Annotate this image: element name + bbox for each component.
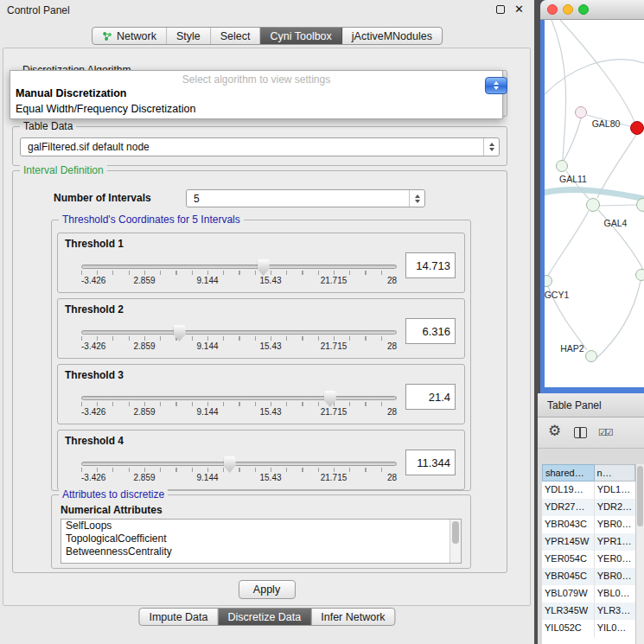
table-cell[interactable]: YDR2… [595,499,635,516]
slider-tick-labels: -3.4262.8599.14415.4321.71528 [81,407,397,418]
tab-label: Discretize Data [228,611,302,623]
network-node[interactable] [636,198,644,212]
tick-label: 2.859 [133,276,155,285]
table-row[interactable]: YBR045CYBR0… [542,568,635,585]
tab-label: Cyni Toolbox [270,30,331,42]
zoom-traffic-icon[interactable] [578,4,589,15]
float-window-icon[interactable] [496,5,505,14]
select-columns-icon[interactable]: ☑☑ [598,426,612,438]
numerical-attributes-list[interactable]: SelfLoopsTopologicalCoefficientBetweenne… [61,519,462,564]
tick-label: -3.426 [81,473,105,482]
slider-tick-labels: -3.4262.8599.14415.4321.71528 [81,341,397,352]
table-scrollbar[interactable] [635,464,644,644]
tick-label: 15.43 [259,407,281,417]
attribute-item[interactable]: TopologicalCoefficient [61,532,461,545]
tab-cyni-toolbox[interactable]: Cyni Toolbox [260,28,341,44]
slider-ticks [81,271,397,275]
tab-select[interactable]: Select [211,28,261,44]
tick-label: -3.426 [81,407,105,417]
threshold-1-block: Threshold 1 -3.4262.8599.14415.4321.7152… [57,233,465,293]
threshold-label: Threshold 1 [65,238,124,250]
scrollbar-thumb[interactable] [452,521,459,544]
group-label: Table Data [20,120,76,132]
table-cell[interactable]: YBR043C [542,516,595,533]
table-row[interactable]: YIL052CYIL0… [542,620,635,637]
list-scrollbar[interactable] [450,520,461,563]
tick-label: 15.43 [259,276,281,285]
interval-definition-group: Interval Definition Number of Intervals … [12,170,507,573]
table-row[interactable]: YLR345WYLR3… [542,603,635,620]
tab-jactivemnodules[interactable]: jActiveMNodules [342,28,442,44]
table-header-row: shared… n… [542,464,635,481]
table-row[interactable]: YDR27…YDR2… [542,499,635,516]
apply-button[interactable]: Apply [239,580,296,599]
attribute-item[interactable]: SelfLoops [61,520,461,532]
algorithm-dropdown-list: Select algorithm to view settings Manual… [10,70,503,119]
network-node[interactable] [585,350,597,362]
table-cell[interactable]: YDR27… [542,499,595,516]
dropdown-placeholder: Select algorithm to view settings [10,71,502,86]
tab-style[interactable]: Style [167,28,211,44]
dropdown-option-manual-discretization[interactable]: Manual Discretization [10,86,502,101]
table-cell[interactable]: YBR045C [542,568,595,585]
network-node[interactable] [586,198,600,212]
table-cell[interactable]: YER0… [595,551,635,568]
table-row[interactable]: YPR145WYPR1… [542,533,635,551]
threshold-4-slider[interactable] [81,462,397,466]
table-cell[interactable]: YBR0… [595,568,635,585]
table-data-group: Table Data galFiltered.sif default node [12,126,507,166]
table-cell[interactable]: YBL079W [542,585,595,603]
tab-infer-network[interactable]: Infer Network [311,609,394,625]
threshold-2-value-field[interactable] [405,318,456,344]
network-node[interactable] [635,269,644,281]
scrollbar-thumb[interactable] [637,466,643,526]
table-cell[interactable]: YDL19… [542,481,595,499]
table-data-combo[interactable]: galFiltered.sif default node [20,137,500,156]
cyni-toolbox-panel: Discretization Algorithm Select algorith… [3,48,531,606]
number-of-intervals-combo[interactable]: 5 [186,189,425,207]
close-icon[interactable]: ✕ [514,4,524,14]
threshold-1-slider[interactable] [81,265,397,269]
group-label: Threshold's Coordinates for 5 Intervals [59,214,244,226]
table-row[interactable]: YER054CYER0… [542,551,635,568]
network-node[interactable] [575,106,587,118]
threshold-2-slider[interactable] [81,330,397,335]
close-traffic-icon[interactable] [547,4,558,15]
column-header-shared-name[interactable]: shared… [542,464,595,481]
table-row[interactable]: YDL19…YDL1… [542,481,635,499]
table-row[interactable]: YBR043CYBR0… [542,516,635,533]
network-node[interactable] [556,160,568,172]
dropdown-option-equal-width-frequency[interactable]: Equal Width/Frequency Discretization [10,101,502,117]
table-panel-title: Table Panel [538,393,644,418]
thresholds-group: Threshold's Coordinates for 5 Intervals … [51,220,471,491]
attribute-item[interactable]: BetweennessCentrality [61,545,461,558]
table-cell[interactable]: YDL1… [595,481,635,499]
slider-ticks [81,336,397,341]
table-cell[interactable]: YIL0… [595,620,635,637]
table-cell[interactable]: YIL052C [542,620,595,637]
threshold-3-slider[interactable] [81,396,397,400]
table-cell[interactable]: YPR145W [542,533,595,551]
minimize-traffic-icon[interactable] [563,4,573,15]
column-header-name[interactable]: n… [595,464,635,481]
table-cell[interactable]: YER054C [542,551,595,568]
network-node[interactable] [630,121,644,135]
network-canvas[interactable]: GAL80GAL11GAL4GCY1HAP2 [545,20,644,387]
tab-discretize-data[interactable]: Discretize Data [219,609,312,625]
table-cell[interactable]: YLR3… [595,603,635,620]
number-of-intervals-label: Number of Intervals [54,192,151,204]
threshold-1-value-field[interactable] [405,252,456,278]
algorithm-combo-stepper[interactable] [485,77,507,94]
table-cell[interactable]: YBL0… [595,585,635,603]
tick-label: 9.144 [196,473,218,482]
tab-impute-data[interactable]: Impute Data [139,609,218,625]
table-cell[interactable]: YBR0… [595,516,635,533]
gear-icon[interactable]: ⚙ [548,424,561,438]
tab-network[interactable]: Network [92,28,167,44]
threshold-4-value-field[interactable] [405,450,456,475]
threshold-3-value-field[interactable] [405,384,456,410]
table-row[interactable]: YBL079WYBL0… [542,585,635,603]
columns-icon[interactable] [574,427,587,438]
table-cell[interactable]: YLR345W [542,603,595,620]
table-cell[interactable]: YPR1… [595,533,635,551]
